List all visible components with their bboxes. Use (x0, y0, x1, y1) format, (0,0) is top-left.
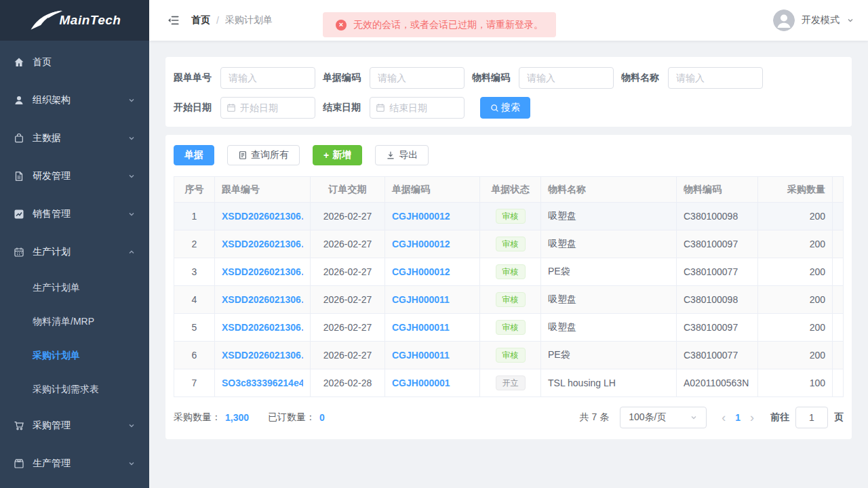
serial-cell: 3 (174, 258, 215, 286)
filter-panel: 跟单单号 单据编码 物料编码 物料名称 开始日期 (165, 57, 852, 127)
column-header: 跟单编号 (215, 177, 311, 203)
search-icon (490, 104, 499, 113)
query-all-button[interactable]: 查询所有 (227, 145, 300, 165)
filter-field-end-date: 结束日期 (323, 97, 465, 119)
end-date-input[interactable] (389, 102, 458, 113)
order-no-input[interactable] (220, 67, 315, 89)
page-size-select[interactable]: 100条/页 (620, 407, 707, 428)
prev-page-button[interactable]: ‹ (716, 411, 731, 424)
brand-logo: MainTech (0, 0, 149, 41)
doc-link[interactable]: CGJH000011 (392, 350, 473, 361)
sidebar-subitem-purchase-plan-demand[interactable]: 采购计划需求表 (0, 373, 149, 407)
material-code-cell: C380100098 (677, 203, 758, 230)
sidebar-item-purchasing[interactable]: 采购管理 (0, 407, 149, 445)
sidebar-item-master-data[interactable]: 主数据 (0, 119, 149, 157)
material-code-input[interactable] (519, 67, 614, 89)
end-date-picker[interactable] (370, 97, 465, 119)
table-row: 7SO3c833396214e402026-02-28CGJH000001开立T… (174, 369, 844, 397)
doc-code-input[interactable] (370, 67, 465, 89)
cart-icon (14, 420, 24, 431)
column-header: 物料编码 (677, 177, 758, 203)
start-date-input[interactable] (240, 102, 309, 113)
breadcrumb-current: 采购计划单 (225, 14, 273, 26)
qty-cell: 200 (758, 258, 833, 286)
order-link[interactable]: XSDD2026021306… (222, 239, 303, 249)
status-badge: 审核 (496, 237, 526, 251)
column-header: 单据编码 (385, 177, 480, 203)
search-button[interactable]: 搜索 (480, 97, 530, 119)
material-code-cell: C380100097 (677, 314, 758, 342)
doc-link[interactable]: CGJH000001 (392, 378, 473, 388)
filter-label: 开始日期 (174, 102, 215, 114)
sidebar-item-rnd[interactable]: 研发管理 (0, 157, 149, 195)
sidebar-subitem-label: 生产计划单 (33, 282, 80, 294)
filter-field-doc-code: 单据编码 (323, 67, 465, 89)
doc-cell: CGJH000011 (385, 342, 480, 369)
chevron-down-icon (127, 210, 136, 218)
order-link[interactable]: XSDD2026021306… (222, 211, 303, 222)
doc-link[interactable]: CGJH000012 (392, 266, 473, 277)
doc-link[interactable]: CGJH000011 (392, 322, 473, 333)
table-body: 1XSDD2026021306…2026-02-27CGJH000012审核吸塑… (174, 203, 844, 397)
breadcrumb-home[interactable]: 首页 (191, 14, 210, 26)
order-cell: XSDD2026021306… (215, 230, 311, 258)
collapse-menu-icon[interactable] (167, 14, 180, 27)
sidebar-subitem-bom-mrp[interactable]: 物料清单/MRP (0, 305, 149, 339)
package-icon (14, 458, 24, 469)
start-date-picker[interactable] (220, 97, 315, 119)
order-link[interactable]: XSDD2026021306… (222, 350, 303, 361)
ordered-qty-label: 已订数量： (268, 411, 315, 424)
sidebar-subitem-production-plan-order[interactable]: 生产计划单 (0, 271, 149, 305)
spacer-cell (833, 342, 844, 369)
chevron-down-icon (690, 413, 698, 422)
sidebar-item-sales[interactable]: 销售管理 (0, 195, 149, 233)
chevron-down-icon (127, 172, 136, 180)
user-menu[interactable]: 开发模式 (773, 9, 854, 31)
delivery-date-cell: 2026-02-27 (311, 342, 385, 369)
material-name-input[interactable] (668, 67, 763, 89)
doc-cell: CGJH000012 (385, 230, 480, 258)
bill-button[interactable]: 单据 (174, 145, 214, 165)
sidebar-item-label: 生产计划 (33, 246, 71, 258)
export-button[interactable]: 导出 (375, 145, 429, 165)
doc-cell: CGJH000001 (385, 369, 480, 397)
sidebar: MainTech 首页 组织架构 主数据 研发管理 销售管理 (0, 0, 149, 488)
sidebar-item-manufacturing[interactable]: 生产管理 (0, 445, 149, 483)
doc-cell: CGJH000012 (385, 258, 480, 286)
goto-page-input[interactable] (795, 407, 828, 428)
sidebar-item-production-plan[interactable]: 生产计划 (0, 233, 149, 271)
document-icon (14, 171, 24, 182)
filter-label: 结束日期 (323, 102, 364, 114)
purchase-qty-value: 1,300 (225, 412, 249, 423)
filter-label: 单据编码 (323, 72, 364, 84)
order-link[interactable]: XSDD2026021306… (222, 294, 303, 305)
order-link[interactable]: XSDD2026021306… (222, 266, 303, 277)
add-button[interactable]: +新增 (313, 145, 362, 165)
current-page[interactable]: 1 (731, 412, 745, 423)
sidebar-subitem-purchase-plan-order[interactable]: 采购计划单 (0, 339, 149, 373)
serial-cell: 1 (174, 203, 215, 230)
chevron-down-icon (127, 422, 136, 430)
serial-cell: 7 (174, 369, 215, 397)
doc-link[interactable]: CGJH000012 (392, 211, 473, 222)
order-link[interactable]: XSDD2026021306… (222, 322, 303, 333)
column-header: 单据状态 (480, 177, 541, 203)
chevron-down-icon (127, 460, 136, 468)
pagination: 共 7 条 100条/页 ‹ 1 › 前往 页 (580, 407, 844, 428)
next-page-button[interactable]: › (745, 411, 760, 424)
status-cell: 审核 (480, 258, 541, 286)
column-header: 物料名称 (541, 177, 677, 203)
calendar-icon (14, 247, 24, 258)
sidebar-item-home[interactable]: 首页 (0, 43, 149, 81)
table-panel: 单据 查询所有 +新增 导出 序号跟单编号订单交期单据编码单据状态物料名称物料编… (165, 135, 852, 439)
delivery-date-cell: 2026-02-27 (311, 286, 385, 314)
doc-link[interactable]: CGJH000012 (392, 239, 473, 249)
sidebar-item-org[interactable]: 组织架构 (0, 81, 149, 119)
material-name-cell: 吸塑盘 (541, 286, 677, 314)
filter-field-start-date: 开始日期 (174, 97, 315, 119)
order-link[interactable]: SO3c833396214e40 (222, 378, 303, 388)
delivery-date-cell: 2026-02-27 (311, 258, 385, 286)
user-icon (14, 95, 24, 106)
brand-name: MainTech (60, 13, 121, 28)
doc-link[interactable]: CGJH000011 (392, 294, 473, 305)
